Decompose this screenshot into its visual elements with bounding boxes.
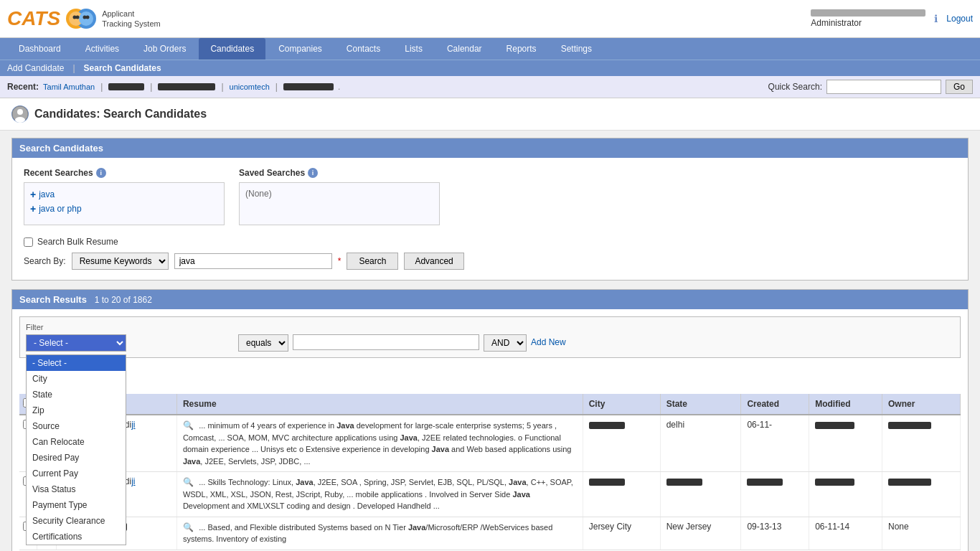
- dropdown-visa-status[interactable]: Visa Status: [27, 481, 126, 497]
- results-table: Name ▲ Resume City State Created Modifie…: [19, 394, 961, 550]
- nav-tab-job-orders[interactable]: Job Orders: [132, 38, 197, 60]
- col-state[interactable]: State: [660, 394, 741, 415]
- nav-tab-lists[interactable]: Lists: [393, 38, 434, 60]
- filter-equals-select[interactable]: equals: [238, 334, 288, 352]
- col-modified[interactable]: Modified: [809, 394, 882, 415]
- nav-tab-settings[interactable]: Settings: [550, 38, 603, 60]
- nav-tab-candidates[interactable]: Candidates: [199, 38, 265, 60]
- row-state-cell-1: delhi: [660, 415, 741, 472]
- filter-value-input[interactable]: [293, 334, 479, 350]
- dropdown-source[interactable]: Source: [27, 418, 126, 434]
- col-owner[interactable]: Owner: [882, 394, 961, 415]
- advanced-button[interactable]: Advanced: [404, 253, 463, 270]
- resume-snippet-1: ... minimum of 4 years of experience in …: [183, 421, 572, 466]
- city-blurred-2: [589, 479, 625, 486]
- row-created-cell-3: 09-13-13: [741, 517, 809, 550]
- svg-point-5: [76, 16, 80, 19]
- filter-select[interactable]: - Select - City State Zip Source Can Rel…: [26, 334, 126, 352]
- dropdown-city[interactable]: City: [27, 371, 126, 387]
- results-table-wrapper: Name ▲ Resume City State Created Modifie…: [12, 365, 968, 551]
- svg-point-10: [15, 117, 25, 123]
- search-candidates-header: Search Candidates: [12, 138, 968, 158]
- nav-tab-contacts[interactable]: Contacts: [335, 38, 392, 60]
- java-highlight-1: Java: [336, 421, 354, 430]
- dropdown-payment-type[interactable]: Payment Type: [27, 497, 126, 513]
- row-owner-cell-3: None: [882, 517, 961, 550]
- recent-blurred-1: [108, 83, 144, 90]
- search-by-select[interactable]: Resume Keywords First Name Last Name Ema…: [72, 253, 169, 270]
- recent-item-1[interactable]: Tamil Amuthan: [43, 83, 95, 91]
- saved-searches-section: Saved Searches i (None): [239, 168, 440, 225]
- dropdown-desired-pay[interactable]: Desired Pay: [27, 450, 126, 466]
- page-title-icon: [11, 105, 29, 123]
- nav-tab-reports[interactable]: Reports: [495, 38, 548, 60]
- saved-searches-info-icon: i: [308, 168, 318, 178]
- nav-tab-calendar[interactable]: Calendar: [435, 38, 494, 60]
- nav-tab-activities[interactable]: Activities: [74, 38, 131, 60]
- row-state-cell-3: New Jersey: [660, 517, 741, 550]
- search-controls: Search Bulk Resume Search By: Resume Key…: [24, 237, 956, 270]
- filter-label: Filter: [26, 323, 954, 331]
- user-name-label: Administrator: [811, 18, 862, 28]
- go-button[interactable]: Go: [946, 80, 973, 94]
- search-magnifier-icon-3: 🔍: [183, 522, 194, 532]
- recent-dot: .: [338, 82, 340, 92]
- recent-blurred-3: [283, 83, 334, 90]
- owner-blurred-1: [888, 422, 931, 429]
- java-h-5: Java: [296, 478, 313, 486]
- java-h-6: Java: [509, 478, 526, 486]
- table-body: diji 🔍 ... minimum of 4 years of experie…: [19, 415, 961, 550]
- search-button[interactable]: Search: [347, 253, 398, 270]
- dropdown-security-clearance[interactable]: Security Clearance: [27, 513, 126, 529]
- dropdown-state[interactable]: State: [27, 387, 126, 402]
- col-city[interactable]: City: [583, 394, 660, 415]
- recent-search-item-2: + java or php: [30, 202, 218, 216]
- row-resume-cell-2: 🔍 ... Skills Technology: Linux, Java, J2…: [176, 472, 583, 517]
- required-star: *: [338, 256, 341, 266]
- dropdown-select[interactable]: - Select -: [27, 355, 126, 371]
- recent-item-2[interactable]: unicomtech: [230, 83, 270, 91]
- plus-icon-1[interactable]: +: [30, 189, 36, 200]
- col-created[interactable]: Created: [741, 394, 809, 415]
- modified-blurred-2: [815, 479, 854, 486]
- quick-search-input[interactable]: [826, 80, 941, 94]
- separator-2: |: [150, 82, 152, 92]
- col-resume[interactable]: Resume: [176, 394, 583, 415]
- logout-link[interactable]: Logout: [946, 14, 973, 24]
- filter-bar: Filter - Select - City State Zip Source …: [19, 316, 961, 358]
- row-owner-cell-2: [882, 472, 961, 517]
- logo-subtitle: Applicant Tracking System: [102, 9, 161, 29]
- bulk-resume-checkbox[interactable]: [24, 237, 33, 247]
- name-link-suffix[interactable]: ji: [131, 420, 135, 430]
- recent-search-link-2[interactable]: java or php: [39, 204, 81, 214]
- city-blurred-1: [589, 422, 625, 429]
- search-keyword-input[interactable]: [174, 253, 332, 269]
- filter-and-select[interactable]: AND OR: [484, 334, 527, 352]
- svg-point-7: [86, 16, 90, 19]
- header-right: Administrator ℹ Logout: [811, 9, 973, 28]
- nav-tab-companies[interactable]: Companies: [267, 38, 334, 60]
- recent-search-link-1[interactable]: java: [39, 189, 55, 199]
- dropdown-zip[interactable]: Zip: [27, 402, 126, 418]
- name-link-suffix-2[interactable]: ji: [131, 476, 135, 486]
- dropdown-current-pay[interactable]: Current Pay: [27, 466, 126, 481]
- results-panel: Search Results 1 to 20 of 1862 Filter - …: [11, 289, 969, 551]
- results-count: 1 to 20 of 1862: [95, 295, 152, 305]
- plus-icon-2[interactable]: +: [30, 203, 36, 215]
- row-city-cell-3: Jersey City: [583, 517, 660, 550]
- separator-4: |: [275, 82, 278, 92]
- sub-nav-search-candidates[interactable]: Search Candidates: [84, 63, 161, 73]
- dropdown-certifications[interactable]: Certifications: [27, 529, 126, 545]
- search-candidates-body: Recent Searches i + java + java or php: [12, 158, 968, 280]
- nav-tab-dashboard[interactable]: Dashboard: [7, 38, 72, 60]
- logo-icon: CATS Applicant Tracking System: [7, 4, 161, 33]
- add-new-link[interactable]: Add New: [531, 334, 566, 347]
- sub-nav-add-candidate[interactable]: Add Candidate: [7, 63, 64, 73]
- row-city-cell-1: [583, 415, 660, 472]
- logo-area: CATS Applicant Tracking System: [7, 4, 161, 33]
- recent-blurred-2: [158, 83, 215, 90]
- dropdown-can-relocate[interactable]: Can Relocate: [27, 434, 126, 450]
- recent-bar: Recent: Tamil Amuthan | | | unicomtech |…: [0, 76, 980, 98]
- main-content: Search Candidates Recent Searches i + ja…: [0, 131, 980, 551]
- table-row: diji 🔍 ... minimum of 4 years of experie…: [19, 415, 961, 472]
